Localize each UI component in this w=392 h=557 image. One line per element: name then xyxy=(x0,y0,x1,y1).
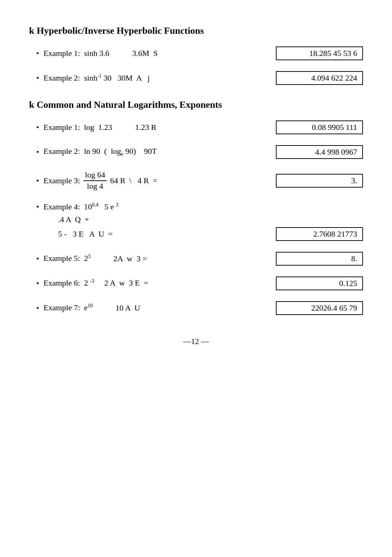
log-ex4-result: 2.7608 21773 xyxy=(276,227,363,241)
bullet-log5: • xyxy=(36,254,39,263)
log-ex5-result: 8. xyxy=(276,252,363,266)
hyp-example-2: • Example 2: sinh-1 30 30M A j 4.094 622… xyxy=(29,71,363,85)
bullet-log2: • xyxy=(36,147,39,157)
log-ex5-keystrokes: 2A w 3 = xyxy=(102,254,147,263)
log-ex4-line1: • Example 4: 100.4 5 e 3 xyxy=(36,202,363,212)
log-ex4-line2: .4 A Q + xyxy=(36,215,363,224)
log-ex3-fraction: log 64 log 4 xyxy=(83,170,107,191)
log-ex5-label: Example 5: 23 xyxy=(44,254,91,263)
log-ex7-result: 22026.4 65 79 xyxy=(276,301,363,315)
hyp-ex2-label: Example 2: sinh-1 30 30M A j xyxy=(44,73,150,83)
page-number: —12 — xyxy=(183,337,209,346)
hyp-ex1-keystrokes: 3.6M S xyxy=(120,49,158,58)
bullet-log7: • xyxy=(36,303,39,313)
log-ex1-result: 0.08 9905 111 xyxy=(276,120,363,134)
bullet-hyp1: • xyxy=(36,49,39,58)
log-ex4-line3: 5 - 3 E A U = 2.7608 21773 xyxy=(36,227,363,241)
log-example-1: • Example 1: log 1.23 1.23 R 0.08 9905 1… xyxy=(29,120,363,134)
log-ex2-result: 4.4 998 0967 xyxy=(276,145,363,159)
bullet-log1: • xyxy=(36,123,39,132)
log-example-2: • Example 2: ln 90 ( loge 90) 90T 4.4 99… xyxy=(29,145,363,159)
log-example-4: • Example 4: 100.4 5 e 3 .4 A Q + 5 - 3 … xyxy=(29,202,363,241)
log-ex6-result: 0.125 xyxy=(276,277,363,290)
log-ex4-keystrokes-line3: 5 - 3 E A U = xyxy=(58,229,113,239)
logarithms-section: k Common and Natural Logarithms, Exponen… xyxy=(29,99,363,315)
bullet-log6: • xyxy=(36,279,39,288)
hyp-ex1-result: 18.285 45 53 6 xyxy=(276,46,363,60)
hyp-ex2-result: 4.094 622 224 xyxy=(276,71,363,85)
hyperbolic-section: k Hyperbolic/Inverse Hyperbolic Function… xyxy=(29,25,363,85)
hyp-example-1: • Example 1: sinh 3.6 3.6M S 18.285 45 5… xyxy=(29,46,363,60)
log-ex3-label: Example 3: xyxy=(44,176,82,185)
log-example-3: • Example 3: log 64 log 4 64 R \ 4 R = 3… xyxy=(29,170,363,191)
log-ex4-label: Example 4: 100.4 5 e 3 xyxy=(44,202,119,212)
hyp-ex1-label: Example 1: sinh 3.6 xyxy=(44,49,109,58)
page-footer: —12 — xyxy=(29,337,363,346)
log-example-7: • Example 7: e10 10 A U 22026.4 65 79 xyxy=(29,301,363,315)
log-ex4-keystrokes-line2: .4 A Q + xyxy=(58,215,89,224)
hyperbolic-header: k Hyperbolic/Inverse Hyperbolic Function… xyxy=(29,25,363,36)
bullet-log4: • xyxy=(36,202,39,212)
log-ex1-keystrokes: 1.23 R xyxy=(123,123,156,132)
log-ex2-label: Example 2: ln 90 ( loge 90) 90T xyxy=(44,147,157,157)
logarithms-header: k Common and Natural Logarithms, Exponen… xyxy=(29,99,363,110)
log-ex7-keystrokes: 10 A U xyxy=(103,303,140,313)
log-ex6-label: Example 6: 2 -3 2 A w 3 E = xyxy=(44,278,148,288)
fraction-denominator: log 4 xyxy=(86,181,105,192)
log-example-5: • Example 5: 23 2A w 3 = 8. xyxy=(29,252,363,266)
log-ex1-label: Example 1: log 1.23 xyxy=(44,123,112,132)
log-example-6: • Example 6: 2 -3 2 A w 3 E = 0.125 xyxy=(29,277,363,290)
log-ex3-keystrokes: 64 R \ 4 R = xyxy=(108,176,158,185)
bullet-hyp2: • xyxy=(36,73,39,83)
fraction-numerator: log 64 xyxy=(83,170,107,181)
log-ex7-label: Example 7: e10 xyxy=(44,303,93,312)
log-ex3-result: 3. xyxy=(276,174,363,188)
bullet-log3: • xyxy=(36,176,39,185)
